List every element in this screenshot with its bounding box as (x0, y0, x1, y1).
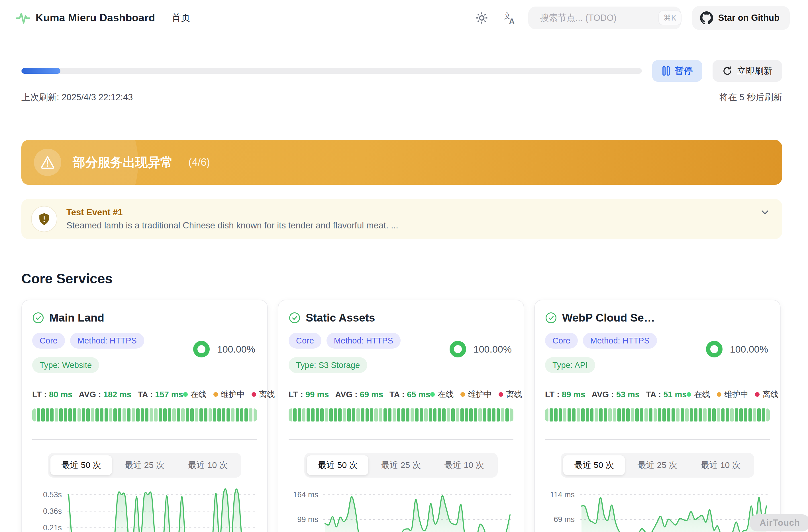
language-toggle-button[interactable]: 文 A (501, 10, 517, 26)
main-content: 暂停 立即刷新 上次刷新: 2025/4/3 22:12:43 将在 5 秒后刷… (0, 60, 808, 532)
tab-last-50[interactable]: 最近 50 次 (563, 455, 625, 475)
heartbeat-segment (374, 408, 378, 421)
method-badge: Method: HTTPS (327, 332, 401, 348)
heartbeat-segment (298, 408, 301, 421)
ta-value: 65 ms (407, 390, 430, 399)
translate-icon: 文 A (502, 11, 516, 25)
heartbeat-segment (401, 408, 405, 421)
heartbeat-segment (141, 408, 144, 421)
nav-home-link[interactable]: 首页 (171, 12, 190, 24)
heartbeat-segment (586, 408, 589, 421)
heartbeat-segment (708, 408, 711, 421)
refresh-icon (722, 66, 733, 76)
heartbeat-segment (721, 408, 725, 421)
heartbeat-segment (433, 408, 437, 421)
search-box[interactable]: ⌘K (528, 6, 681, 29)
event-expand-button[interactable] (759, 207, 771, 219)
heartbeat-segment (559, 408, 562, 421)
maintenance-dot (460, 392, 465, 397)
heartbeat-segment (226, 408, 230, 421)
heartbeat-segment (492, 408, 495, 421)
tab-last-10[interactable]: 最近 10 次 (177, 455, 239, 475)
heartbeat-segment (563, 408, 566, 421)
tab-last-25[interactable]: 最近 25 次 (626, 455, 688, 475)
heartbeat-segment (410, 408, 414, 421)
brand: Kuma Mieru Dashboard (16, 11, 155, 25)
heartbeat-segment (604, 408, 607, 421)
latency-chart: 0.53s0.36s0.21s57 ms 18:04:4719:09:4920:… (32, 488, 257, 532)
refresh-now-button[interactable]: 立即刷新 (713, 60, 782, 82)
heartbeat-segment (478, 408, 482, 421)
status-legend: 在线 维护中 离线 (686, 389, 778, 400)
heartbeat-segment (343, 408, 346, 421)
heartbeat-segment (635, 408, 639, 421)
tab-last-10[interactable]: 最近 10 次 (690, 455, 752, 475)
core-badge: Core (32, 332, 65, 348)
pause-icon (662, 66, 671, 76)
heartbeat-segment (749, 408, 752, 421)
y-tick-label: 0.53s (43, 490, 62, 499)
service-title: Main Land (49, 311, 104, 324)
heartbeat-segment (384, 408, 387, 421)
heartbeat-segment (699, 408, 702, 421)
heartbeat-segment (316, 408, 319, 421)
type-badge: Type: S3 Storage (289, 357, 367, 373)
search-kbd-shortcut: ⌘K (658, 11, 681, 25)
section-title: Core Services (21, 271, 782, 286)
tab-last-50[interactable]: 最近 50 次 (51, 455, 112, 475)
topbar: Kuma Mieru Dashboard 首页 文 A (0, 0, 808, 36)
heartbeat-segment (64, 408, 67, 421)
avg-value: 182 ms (104, 390, 131, 399)
tab-last-10[interactable]: 最近 10 次 (434, 455, 495, 475)
shield-alert-icon (37, 212, 51, 226)
refresh-now-label: 立即刷新 (737, 65, 772, 77)
heartbeat-segment (190, 408, 194, 421)
heartbeat-segment (667, 408, 671, 421)
heartbeat-segment (703, 408, 706, 421)
heartbeat-segment (329, 408, 333, 421)
service-alert-banner[interactable]: 部分服务出现异常 (4/6) (21, 140, 782, 185)
pause-button[interactable]: 暂停 (652, 60, 702, 82)
heartbeat-segment (726, 408, 729, 421)
lt-value: 99 ms (306, 390, 329, 399)
latency-stats: LT : 99 ms AVG : 69 ms TA : 65 ms (289, 390, 430, 399)
uptime-percentage: 100.00% (217, 344, 255, 355)
heartbeat-segment (460, 408, 464, 421)
heartbeat-segment (676, 408, 680, 421)
heartbeat-segment (68, 408, 72, 421)
status-legend: 在线 维护中 离线 (183, 389, 275, 400)
heartbeat-segment (762, 408, 765, 421)
star-on-github-button[interactable]: Star on Github (692, 6, 790, 30)
heartbeat-segment (685, 408, 688, 421)
tab-last-25[interactable]: 最近 25 次 (114, 455, 175, 475)
heartbeat-segment (82, 408, 85, 421)
heartbeat-bar[interactable] (32, 408, 257, 421)
heartbeat-bar[interactable] (289, 408, 513, 421)
app-title: Kuma Mieru Dashboard (36, 12, 155, 24)
theme-toggle-button[interactable] (474, 10, 490, 26)
heartbeat-segment (91, 408, 94, 421)
heartbeat-segment (195, 408, 198, 421)
heartbeat-bar[interactable] (545, 408, 770, 421)
pulse-logo-icon (16, 11, 31, 25)
heartbeat-segment (717, 408, 720, 421)
status-legend: 在线 维护中 离线 (430, 389, 522, 400)
star-on-github-label: Star on Github (718, 13, 779, 23)
heartbeat-segment (550, 408, 553, 421)
heartbeat-segment (730, 408, 734, 421)
search-input[interactable] (540, 13, 654, 23)
y-tick-label: 69 ms (554, 515, 575, 524)
heartbeat-segment (46, 408, 49, 421)
heartbeat-segment (320, 408, 324, 421)
heartbeat-segment (254, 408, 257, 421)
tab-last-50[interactable]: 最近 50 次 (307, 455, 368, 475)
heartbeat-segment (95, 408, 99, 421)
heartbeat-segment (217, 408, 221, 421)
heartbeat-segment (672, 408, 675, 421)
y-tick-label: 99 ms (297, 515, 318, 524)
latency-stats: LT : 80 ms AVG : 182 ms TA : 157 ms (32, 390, 183, 399)
ta-value: 157 ms (155, 390, 183, 399)
tab-last-25[interactable]: 最近 25 次 (370, 455, 431, 475)
range-tabs: 最近 50 次 最近 25 次 最近 10 次 (561, 453, 754, 478)
heartbeat-segment (694, 408, 697, 421)
